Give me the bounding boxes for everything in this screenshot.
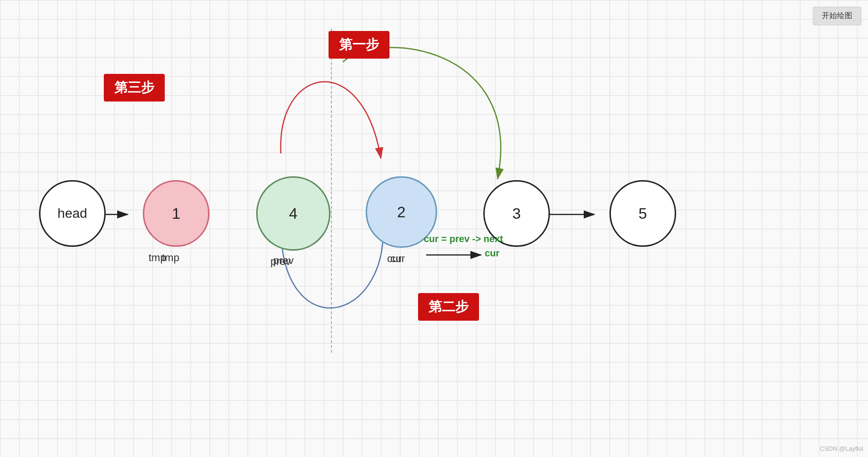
dashed-vertical-line xyxy=(331,29,332,353)
arrows-svg xyxy=(0,0,868,457)
annotation-cur: cur xyxy=(485,248,499,259)
node-4-label: 4 xyxy=(289,205,298,223)
cur-label: cur xyxy=(387,253,402,265)
watermark: CSDN @Layflol xyxy=(820,445,863,452)
node-4: 4 xyxy=(256,176,330,251)
node-3-label: 3 xyxy=(512,205,521,223)
start-button[interactable]: 开始绘图 xyxy=(813,7,861,25)
node-head-label: head xyxy=(58,206,87,221)
canvas: 开始绘图 xyxy=(0,0,868,457)
node-head: head xyxy=(39,180,106,247)
node-1-label: 1 xyxy=(172,205,180,223)
node-5: 5 xyxy=(609,180,676,247)
node-1: 1 xyxy=(143,180,210,247)
annotation-text: cur = prev -> next xyxy=(424,234,503,244)
node-2-label: 2 xyxy=(397,203,406,221)
step1-badge: 第一步 xyxy=(329,31,389,59)
prev-label: prev xyxy=(270,255,291,268)
node-5-label: 5 xyxy=(639,205,647,223)
step2-badge: 第二步 xyxy=(418,293,479,321)
step3-badge: 第三步 xyxy=(104,74,165,102)
tmp-label: tmp xyxy=(149,252,166,264)
